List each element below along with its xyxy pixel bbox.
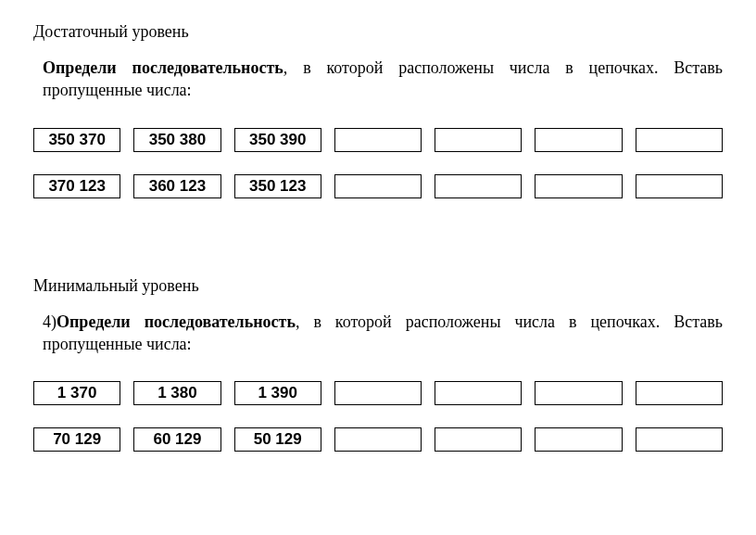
- number-box-empty[interactable]: [435, 128, 522, 152]
- instruction-2-bold: Определи последовательность: [57, 312, 296, 331]
- instruction-2-prefix: 4): [43, 312, 57, 331]
- sequence-row-4: 70 129 60 129 50 129: [33, 427, 723, 452]
- number-box[interactable]: 360 123: [133, 174, 220, 198]
- number-box-empty[interactable]: [334, 381, 422, 405]
- number-box[interactable]: 370 123: [33, 174, 120, 198]
- sequence-row-2: 370 123 360 123 350 123: [33, 174, 723, 198]
- number-box[interactable]: 50 129: [234, 427, 321, 452]
- number-box-empty[interactable]: [334, 128, 422, 152]
- number-box-empty[interactable]: [636, 427, 723, 452]
- number-box-empty[interactable]: [435, 427, 522, 452]
- number-box[interactable]: 1 390: [234, 381, 321, 405]
- number-box[interactable]: 70 129: [33, 427, 120, 452]
- number-box-empty[interactable]: [435, 174, 522, 198]
- number-box-empty[interactable]: [535, 174, 622, 198]
- sequence-row-3: 1 370 1 380 1 390: [33, 381, 723, 405]
- number-box[interactable]: 350 380: [133, 128, 220, 152]
- instruction-2: 4)Определи последовательность, в которой…: [43, 311, 723, 356]
- instruction-1: Определи последовательность, в которой р…: [43, 57, 723, 102]
- number-box-empty[interactable]: [535, 128, 622, 152]
- sequence-row-1: 350 370 350 380 350 390: [33, 128, 723, 152]
- number-box-empty[interactable]: [334, 174, 422, 198]
- number-box-empty[interactable]: [535, 381, 622, 405]
- number-box-empty[interactable]: [334, 427, 422, 452]
- number-box-empty[interactable]: [636, 128, 723, 152]
- number-box-empty[interactable]: [535, 427, 622, 452]
- number-box[interactable]: 350 123: [234, 174, 321, 198]
- number-box[interactable]: 1 380: [133, 381, 220, 405]
- number-box[interactable]: 1 370: [33, 381, 120, 405]
- number-box[interactable]: 60 129: [133, 427, 220, 452]
- number-box-empty[interactable]: [435, 381, 522, 405]
- number-box[interactable]: 350 370: [33, 128, 120, 152]
- level-heading-2: Минимальный уровень: [33, 276, 723, 296]
- level-heading-1: Достаточный уровень: [33, 22, 723, 42]
- number-box-empty[interactable]: [636, 381, 723, 405]
- instruction-1-bold: Определи последовательность: [43, 58, 284, 77]
- number-box-empty[interactable]: [636, 174, 723, 198]
- number-box[interactable]: 350 390: [234, 128, 321, 152]
